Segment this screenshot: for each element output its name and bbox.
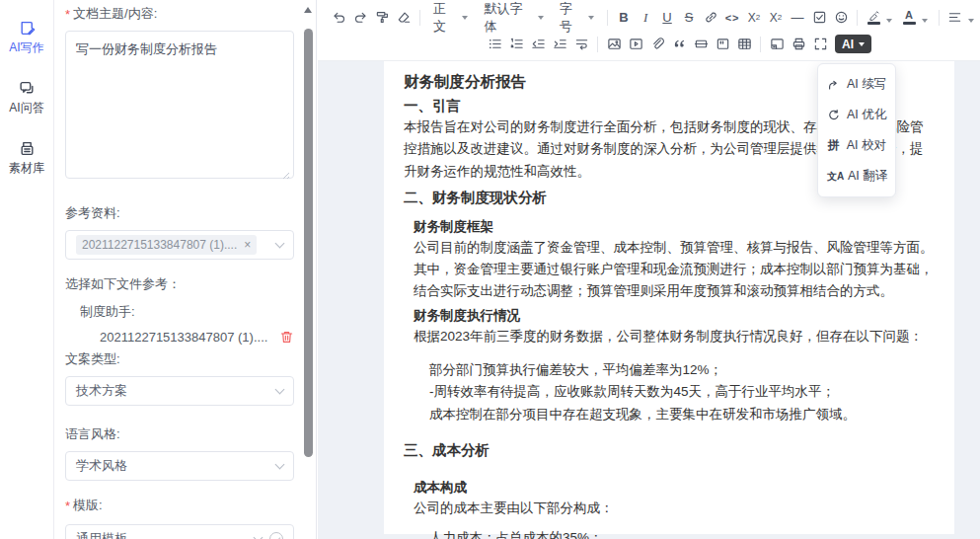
ordered-list-icon[interactable]: [505, 34, 527, 55]
chat-icon: [19, 80, 36, 97]
type-select[interactable]: 技术方案: [65, 376, 294, 406]
sidebar-item-ai-writing[interactable]: AI写作: [0, 20, 53, 56]
doc-paragraph: 公司的成本主要由以下部分构成：: [414, 498, 935, 519]
reference-label: 参考资料:: [65, 204, 292, 222]
image-icon[interactable]: [603, 34, 625, 55]
divider-icon[interactable]: [690, 34, 712, 55]
subscript-icon[interactable]: X2: [743, 7, 765, 29]
horizontal-rule-icon[interactable]: —: [787, 7, 808, 29]
file-name: 2021122715133847807 (1)....: [100, 330, 267, 345]
doc-list-item: 部分部门预算执行偏差较大，平均偏差率为12%；: [429, 359, 935, 381]
required-marker: *: [65, 499, 70, 513]
sidebar-item-label: 素材库: [9, 160, 44, 177]
bullet-list-icon[interactable]: [484, 34, 505, 55]
chevron-down-icon: [275, 384, 285, 394]
doc-subheading: 财务制度框架: [414, 216, 935, 237]
bold-icon[interactable]: B: [613, 7, 635, 29]
reference-tag: 2021122715133847807 (1).... ×: [76, 235, 257, 255]
library-icon: [19, 140, 36, 157]
chevron-down-icon[interactable]: [886, 19, 892, 23]
edit-doc-icon: [19, 20, 36, 37]
indent-increase-icon[interactable]: [549, 34, 570, 55]
style-select[interactable]: 学术风格: [65, 451, 294, 481]
align-icon[interactable]: [944, 7, 966, 29]
delete-file-icon[interactable]: [279, 330, 294, 345]
menu-item-ai-proofread[interactable]: 拼 AI 校对: [818, 130, 895, 161]
editor-area: 正文 默认字体 字号 B I U S <> X2 X2 —: [318, 0, 980, 539]
undo-icon[interactable]: [328, 7, 349, 29]
type-label: 文案类型:: [65, 350, 292, 368]
doc-list-item: 人力成本：占总成本的35%；: [429, 527, 935, 539]
assistant-label: 制度助手:: [80, 303, 292, 321]
print-icon[interactable]: [788, 34, 809, 55]
eraser-icon[interactable]: [393, 7, 415, 29]
sidebar-item-label: AI写作: [9, 39, 43, 56]
template-select[interactable]: 通用模板: [65, 524, 294, 539]
chevron-down-icon: [462, 16, 468, 20]
doc-paragraph: 根据2023年前三季度的财务数据，公司整体财务制度执行情况良好，但存在以下问题：: [414, 326, 935, 347]
app-nav: AI写作 AI问答 素材库: [0, 0, 54, 539]
status-circle-icon: [269, 532, 283, 539]
panel-scrollbar: [300, 0, 317, 539]
template-label: * 模版:: [65, 497, 292, 514]
continue-writing-icon: [827, 78, 841, 92]
doc-subheading: 成本构成: [414, 477, 935, 498]
chevron-down-icon: [275, 238, 285, 248]
doc-list-item: 成本控制在部分项目中存在超支现象，主要集中在研发和市场推广领域。: [429, 404, 935, 425]
chevron-down-icon: [859, 42, 865, 46]
sidebar-item-library[interactable]: 素材库: [0, 140, 53, 177]
topic-label: * 文档主题/内容:: [65, 5, 292, 23]
fullscreen-icon[interactable]: [809, 34, 831, 55]
font-size-select[interactable]: 字号: [552, 7, 602, 29]
font-family-select[interactable]: 默认字体: [476, 7, 551, 29]
sidebar-item-label: AI问答: [9, 100, 43, 116]
scroll-up-icon[interactable]: [304, 7, 312, 13]
inline-code-icon[interactable]: <>: [721, 7, 743, 29]
highlight-color-icon[interactable]: [863, 7, 884, 29]
ai-writing-form: * 文档主题/内容: 写一份财务制度分析报告 参考资料: 20211227151…: [55, 0, 300, 539]
emoji-icon[interactable]: [830, 7, 852, 29]
menu-item-ai-optimize[interactable]: AI 优化: [818, 100, 895, 130]
strikethrough-icon[interactable]: S: [678, 7, 700, 29]
topic-input[interactable]: 写一份财务制度分析报告: [65, 31, 294, 179]
menu-item-ai-continue[interactable]: AI 续写: [818, 69, 895, 100]
optimize-icon: [827, 109, 841, 122]
required-marker: *: [65, 7, 70, 22]
doc-list-item: -周转效率有待提高，应收账款周转天数为45天，高于行业平均水平；: [429, 381, 935, 403]
redo-icon[interactable]: [349, 7, 371, 29]
ai-menu-button[interactable]: AI: [835, 35, 871, 53]
doc-heading: 三、成本分析: [404, 439, 935, 461]
menu-item-ai-translate[interactable]: 文A AI 翻译: [818, 161, 895, 192]
underline-icon[interactable]: U: [656, 7, 678, 29]
chevron-down-icon: [275, 459, 285, 469]
chevron-down-icon[interactable]: [968, 19, 974, 23]
doc-paragraph: 公司目前的制度涵盖了资金管理、成本控制、预算管理、核算与报告、风险管理等方面。其…: [414, 237, 935, 303]
translate-icon: 文A: [827, 170, 842, 184]
superscript-icon[interactable]: X2: [765, 7, 787, 29]
video-icon[interactable]: [625, 34, 646, 55]
sidebar-item-ai-qa[interactable]: AI问答: [0, 80, 53, 116]
code-block-icon[interactable]: [712, 34, 733, 55]
chevron-down-icon[interactable]: [922, 19, 928, 23]
font-color-icon[interactable]: A: [898, 7, 920, 29]
editor-content: 财务制度分析报告 一、引言 本报告旨在对公司的财务制度进行全面分析，包括财务制度…: [318, 61, 980, 539]
attachment-icon[interactable]: [646, 34, 668, 55]
blockquote-icon[interactable]: [668, 34, 690, 55]
ai-dropdown-menu: AI 续写 AI 优化 拼 AI 校对 文A AI 翻译: [817, 63, 896, 197]
reference-file-row: 2021122715133847807 (1)....: [100, 330, 294, 345]
paragraph-style-select[interactable]: 正文: [425, 7, 476, 29]
table-icon[interactable]: [733, 34, 755, 55]
task-list-icon[interactable]: [808, 7, 830, 29]
link-icon[interactable]: [700, 7, 721, 29]
scrollbar-thumb[interactable]: [304, 29, 313, 457]
format-painter-icon[interactable]: [371, 7, 393, 29]
reference-select[interactable]: 2021122715133847807 (1).... ×: [65, 230, 294, 260]
indent-decrease-icon[interactable]: [527, 34, 549, 55]
tag-remove-icon[interactable]: ×: [244, 238, 251, 252]
chevron-down-icon: [538, 16, 544, 20]
style-label: 语言风格:: [65, 425, 292, 443]
line-break-icon[interactable]: [570, 34, 592, 55]
proofread-icon: 拼: [827, 137, 841, 154]
italic-icon[interactable]: I: [635, 7, 656, 29]
page-setup-icon[interactable]: [766, 34, 788, 55]
